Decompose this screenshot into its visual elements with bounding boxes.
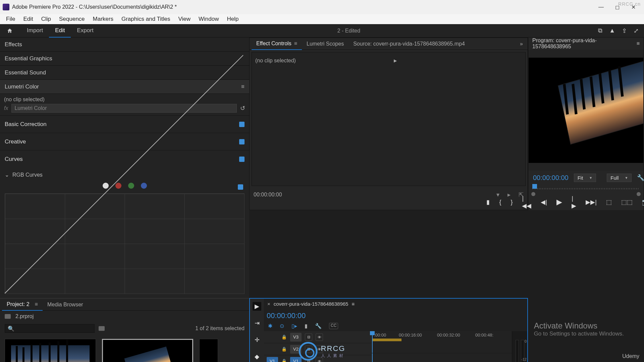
captions-icon[interactable]: CC — [329, 323, 338, 329]
timeline-settings-icon[interactable]: 🔧 — [315, 323, 322, 329]
section-curves[interactable]: Curves — [0, 150, 249, 168]
extract-icon[interactable]: ⬚⬚ — [621, 198, 633, 206]
sequence-panel-menu-icon[interactable]: ≡ — [352, 301, 355, 307]
lock-icon[interactable]: 🔒 — [281, 359, 287, 362]
rgb-green-dot[interactable] — [128, 183, 134, 189]
tab-effect-controls-label: Effect Controls — [256, 41, 291, 47]
section-creative[interactable]: Creative — [0, 133, 249, 150]
selection-tool-icon[interactable]: ▶ — [253, 302, 261, 311]
mark-in-bracket-icon[interactable]: { — [499, 199, 501, 206]
marker-icon[interactable]: ▮ — [305, 323, 308, 329]
section-basic-correction[interactable]: Basic Correction — [0, 115, 249, 133]
new-bin-icon[interactable] — [99, 326, 105, 331]
creative-toggle[interactable] — [239, 139, 245, 144]
curves-toggle[interactable] — [239, 157, 245, 162]
src-v1[interactable]: V1 — [267, 357, 278, 362]
program-timecode-left[interactable]: 00:00:00:00 — [533, 174, 569, 182]
zoom-handle-right[interactable] — [637, 192, 641, 196]
rgb-curves-toggle[interactable] — [238, 184, 243, 190]
project-search-input[interactable]: 🔍 — [5, 324, 95, 333]
menu-sequence[interactable]: Sequence — [55, 14, 89, 24]
lift-icon[interactable]: ⬚ — [606, 198, 612, 206]
rgb-red-dot[interactable] — [115, 183, 121, 189]
rrcg-watermark: RRCG 人人素材 — [299, 342, 345, 361]
share-icon[interactable]: ⇪ — [622, 27, 627, 35]
rgb-curve-editor[interactable] — [5, 193, 245, 294]
ripple-tool-icon[interactable]: ✛ — [253, 336, 261, 344]
menu-edit[interactable]: Edit — [19, 14, 37, 24]
tab-essential-graphics[interactable]: Essential Graphics — [0, 52, 249, 66]
lumetri-panel-menu-icon[interactable]: ≡ — [241, 83, 245, 90]
mark-out-bracket-icon[interactable]: } — [511, 199, 513, 206]
linked-selection-icon[interactable]: ⊙ — [280, 323, 284, 329]
work-area-bar[interactable] — [372, 339, 401, 341]
clip-thumbnail-2[interactable] — [102, 339, 193, 362]
menu-markers[interactable]: Markers — [89, 14, 117, 24]
panel-menu-icon[interactable]: ≡ — [294, 41, 297, 47]
step-forward-icon[interactable]: |▶ — [572, 195, 576, 209]
resolution-dropdown[interactable]: Full▼ — [607, 174, 632, 182]
program-panel-menu-icon[interactable]: ≡ — [637, 41, 640, 47]
expand-icon[interactable]: ▶ — [394, 58, 397, 63]
mode-import[interactable]: Import — [21, 24, 49, 38]
tab-essential-sound[interactable]: Essential Sound — [0, 66, 249, 80]
zoom-dropdown[interactable]: Fit▼ — [574, 174, 596, 182]
snap-icon[interactable]: ✱ — [268, 323, 272, 329]
timeline-ruler[interactable]: :00:00 00:00:16:00 00:00:32:00 00:00:48: — [371, 331, 512, 341]
timeline-tracks[interactable]: :00:00 00:00:16:00 00:00:32:00 00:00:48: — [371, 331, 512, 362]
quick-export-icon[interactable]: ⧉ — [598, 27, 602, 34]
settings-icon[interactable]: 🔧 — [637, 174, 644, 181]
keyframe-icon[interactable]: ▸ — [507, 191, 511, 198]
minimize-button[interactable]: — — [593, 0, 609, 14]
mode-edit[interactable]: Edit — [49, 24, 71, 38]
tab-media-browser[interactable]: Media Browser — [43, 299, 88, 310]
tab-effect-controls[interactable]: Effect Controls ≡ — [252, 38, 302, 50]
basic-correction-toggle[interactable] — [239, 122, 245, 127]
program-tab-label[interactable]: Program: coverr-pura-vida-1578648638965 — [532, 38, 633, 50]
lumetri-noclip: (no clip selected) — [4, 97, 245, 103]
mark-in-icon[interactable]: ▮ — [486, 198, 490, 206]
sync-lock-icon[interactable]: ⊟ — [305, 334, 312, 341]
play-icon[interactable]: ▶ — [556, 198, 562, 206]
go-to-in-icon[interactable]: |◀◀ — [522, 195, 531, 209]
track-v3[interactable]: V3 — [290, 333, 302, 342]
program-canvas[interactable] — [528, 50, 644, 171]
tab-effects[interactable]: Effects — [0, 38, 249, 52]
clip-thumbnail-1[interactable]: ▦♫ — [5, 339, 96, 362]
go-to-out-icon[interactable]: ▶▶| — [586, 198, 597, 206]
menu-graphics-titles[interactable]: Graphics and Titles — [117, 14, 174, 24]
panel-overflow[interactable]: » — [517, 40, 526, 48]
tab-lumetri-scopes[interactable]: Lumetri Scopes — [302, 38, 348, 50]
lock-icon[interactable]: 🔒 — [281, 347, 287, 352]
tab-source[interactable]: Source: coverr-pura-vida-1578648638965.m… — [348, 38, 470, 50]
menu-help[interactable]: Help — [223, 14, 243, 24]
reset-icon[interactable]: ↺ — [240, 105, 245, 112]
filter-icon[interactable]: ▾ — [496, 191, 499, 198]
lumetri-effect-dropdown[interactable]: Lumetri Color — [11, 104, 237, 113]
fullscreen-icon[interactable]: ⤢ — [634, 27, 639, 35]
rgb-master-dot[interactable] — [103, 183, 109, 189]
menu-clip[interactable]: Clip — [37, 14, 55, 24]
track-select-tool-icon[interactable]: ⇥ — [253, 319, 261, 327]
menu-file[interactable]: File — [2, 14, 19, 24]
step-back-icon[interactable]: ◀| — [541, 198, 547, 206]
razor-tool-icon[interactable]: ◆ — [253, 352, 261, 361]
home-button[interactable] — [3, 25, 17, 37]
rgb-blue-dot[interactable] — [141, 183, 147, 189]
clip-thumbnail-strip[interactable] — [199, 339, 218, 362]
zoom-handle-left[interactable] — [531, 192, 535, 196]
eye-icon[interactable]: 👁 — [316, 334, 323, 341]
mode-export[interactable]: Export — [71, 24, 99, 38]
export-frame-icon[interactable]: 📷 — [642, 198, 644, 206]
timeline-timecode[interactable]: 00:00:00:00 — [267, 311, 306, 320]
menu-view[interactable]: View — [174, 14, 195, 24]
program-playhead[interactable] — [532, 184, 537, 189]
menu-window[interactable]: Window — [195, 14, 223, 24]
sequence-tab[interactable]: coverr-pura-vida-1578648638965 — [274, 301, 348, 307]
warning-icon[interactable]: ▲ — [609, 27, 615, 34]
program-ruler[interactable] — [532, 185, 640, 194]
tab-project[interactable]: Project: 2≡ — [2, 299, 43, 311]
lock-icon[interactable]: 🔒 — [281, 335, 287, 340]
sequence-close-icon[interactable]: × — [267, 301, 270, 307]
add-marker-icon[interactable]: ▯▸ — [291, 323, 297, 329]
